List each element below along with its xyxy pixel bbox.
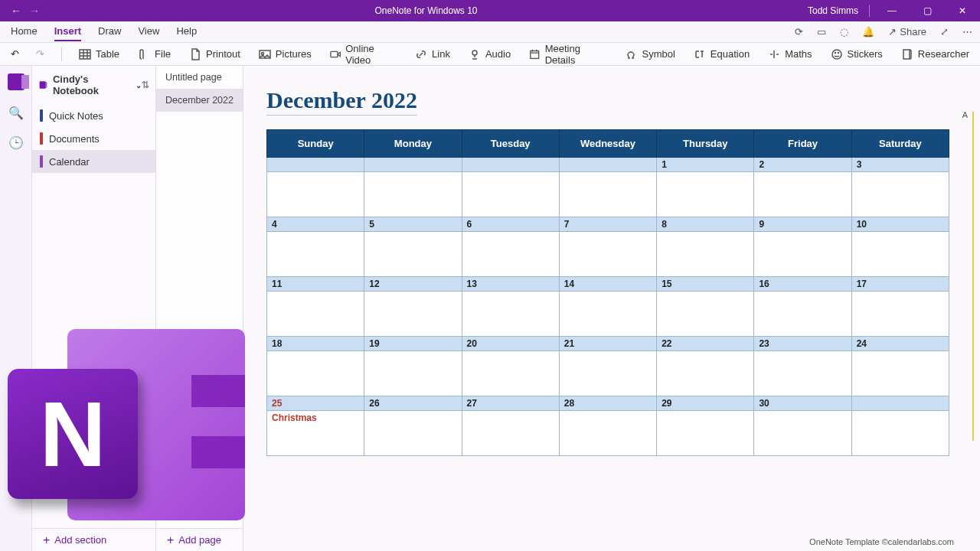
bell-icon[interactable]: 🔔 (862, 26, 874, 37)
calendar-cell[interactable] (851, 396, 949, 456)
section-documents[interactable]: Documents (32, 127, 155, 150)
ribbon-link[interactable]: Link (415, 48, 450, 60)
left-rail: 🔍 🕒 (0, 66, 32, 551)
title-bar: ← → OneNote for Windows 10 Todd Simms — … (0, 0, 980, 21)
menu-tab-home[interactable]: Home (11, 22, 38, 41)
calendar-cell[interactable]: 2 (754, 158, 851, 217)
svg-rect-11 (46, 83, 47, 84)
calendar-cell[interactable] (267, 158, 364, 217)
ribbon-printout[interactable]: Printout (189, 48, 240, 60)
sync-icon[interactable]: ⟳ (795, 26, 803, 37)
calendar-cell[interactable]: 7 (559, 217, 656, 277)
ribbon-stickers[interactable]: Stickers (831, 48, 883, 60)
calendar-cell[interactable]: 19 (364, 337, 462, 396)
section-quick-notes[interactable]: Quick Notes (32, 104, 155, 127)
calendar-cell[interactable]: 29 (657, 396, 754, 456)
ribbon-meeting[interactable]: Meeting Details (529, 43, 606, 66)
calendar-cell[interactable]: 12 (364, 277, 462, 337)
menu-tab-insert[interactable]: Insert (54, 22, 81, 41)
calendar-cell[interactable]: 21 (559, 337, 656, 396)
calendar-cell[interactable]: 28 (559, 396, 656, 456)
calendar-cell[interactable]: 5 (364, 217, 462, 277)
calendar-cell[interactable]: 17 (851, 277, 949, 337)
minimize-button[interactable]: — (874, 5, 910, 16)
sort-icon[interactable]: ⇅ (142, 80, 149, 90)
calendar-cell[interactable]: 24 (851, 337, 949, 396)
section-calendar[interactable]: Calendar (32, 150, 155, 173)
ribbon-table[interactable]: Table (79, 48, 119, 60)
calendar-cell[interactable]: 10 (851, 217, 949, 277)
ribbon-symbol[interactable]: Symbol (625, 48, 675, 60)
calendar-cell[interactable]: 18 (267, 337, 364, 396)
page-edge-marker (972, 112, 974, 441)
app-title: OneNote for Windows 10 (51, 5, 802, 16)
svg-point-8 (838, 52, 838, 53)
ribbon-maths[interactable]: Maths (768, 48, 812, 60)
day-header: Friday (754, 130, 851, 158)
calendar-cell[interactable]: 4 (267, 217, 364, 277)
calendar-cell[interactable]: 23 (754, 337, 851, 396)
calendar-cell[interactable]: 1 (657, 158, 754, 217)
calendar-cell[interactable]: 6 (462, 217, 559, 277)
menu-tab-help[interactable]: Help (176, 22, 197, 41)
user-name[interactable]: Todd Simms (802, 5, 864, 16)
calendar-cell[interactable]: 26 (364, 396, 462, 456)
calendar-cell[interactable] (462, 158, 559, 217)
ribbon-file[interactable]: File (138, 48, 171, 60)
calendar-cell[interactable]: 25Christmas (267, 396, 364, 456)
lightbulb-icon[interactable]: ◌ (840, 26, 848, 37)
recent-icon[interactable]: 🕒 (8, 135, 24, 150)
menu-tab-view[interactable]: View (138, 22, 159, 41)
ribbon-pictures[interactable]: Pictures (259, 48, 312, 60)
text-cursor-marker: A (962, 110, 968, 119)
close-button[interactable]: ✕ (945, 5, 980, 16)
calendar-cell[interactable]: 11 (267, 277, 364, 337)
page-canvas[interactable]: December 2022 SundayMondayTuesdayWednesd… (243, 66, 980, 551)
svg-rect-5 (531, 51, 539, 58)
more-icon[interactable]: ⋯ (962, 26, 972, 37)
page-item[interactable]: Untitled page (156, 66, 243, 89)
calendar-cell[interactable]: 16 (754, 277, 851, 337)
add-section-button[interactable]: +Add section (32, 528, 156, 551)
calendar-cell[interactable]: 15 (657, 277, 754, 337)
calendar-cell[interactable]: 27 (462, 396, 559, 456)
svg-rect-12 (46, 84, 47, 86)
fullscreen-icon[interactable]: ⤢ (940, 26, 949, 37)
calendar-cell[interactable]: 22 (657, 337, 754, 396)
calendar-cell[interactable]: 30 (754, 396, 851, 456)
ribbon-equation[interactable]: Equation (694, 48, 750, 60)
share-button[interactable]: ↗ Share (888, 26, 926, 37)
menu-bar: HomeInsertDrawViewHelp ⟳ ▭ ◌ 🔔 ↗ Share ⤢… (0, 21, 980, 43)
calendar-cell[interactable]: 8 (657, 217, 754, 277)
onenote-icon[interactable] (8, 73, 24, 90)
day-header: Wednesday (559, 130, 656, 158)
ribbon-researcher[interactable]: Researcher (901, 48, 969, 60)
search-icon[interactable]: 🔍 (8, 106, 24, 120)
calendar-cell[interactable] (364, 158, 462, 217)
add-page-button[interactable]: +Add page (156, 528, 243, 551)
back-icon[interactable]: ← (11, 5, 21, 17)
template-credit: OneNote Template ©calendarlabs.com (809, 537, 954, 546)
menu-tab-draw[interactable]: Draw (98, 22, 121, 41)
calendar-cell[interactable]: 9 (754, 217, 851, 277)
page-item[interactable]: December 2022 (156, 89, 243, 112)
calendar-cell[interactable] (559, 158, 656, 217)
calendar-cell[interactable]: 3 (851, 158, 949, 217)
calendar-cell[interactable]: 14 (559, 277, 656, 337)
undo-icon[interactable]: ↶ (11, 48, 19, 60)
forward-icon[interactable]: → (29, 5, 40, 17)
section-list: Cindy's Notebook ⌄ ⇅ Quick NotesDocument… (32, 66, 156, 551)
svg-point-7 (835, 52, 835, 53)
svg-rect-9 (903, 50, 910, 59)
page-list: Untitled pageDecember 2022 (156, 66, 243, 551)
ribbon-audio[interactable]: Audio (469, 48, 511, 60)
calendar-cell[interactable]: 13 (462, 277, 559, 337)
calendar-cell[interactable]: 20 (462, 337, 559, 396)
notebook-picker[interactable]: Cindy's Notebook ⌄ ⇅ (32, 66, 155, 104)
redo-icon[interactable]: ↷ (36, 48, 44, 60)
page-icon[interactable]: ▭ (817, 26, 826, 37)
day-header: Saturday (851, 130, 949, 158)
svg-rect-10 (40, 81, 46, 89)
maximize-button[interactable]: ▢ (910, 5, 945, 16)
ribbon-video[interactable]: Online Video (330, 43, 397, 66)
